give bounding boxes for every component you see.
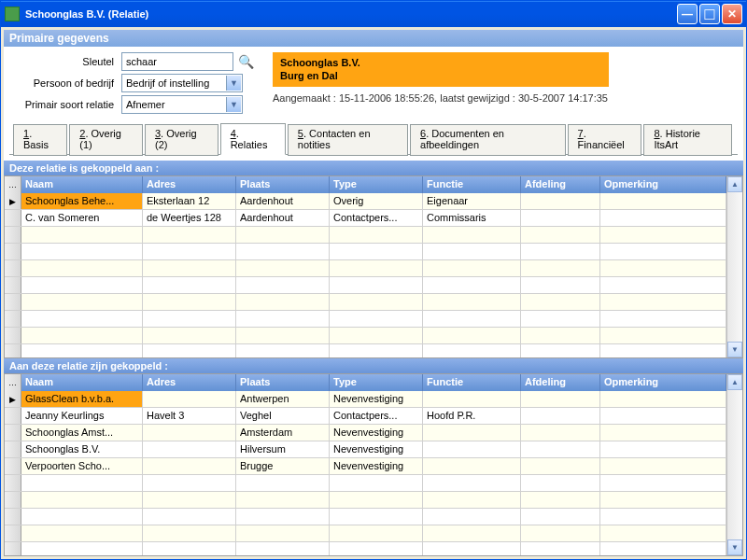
- table-row[interactable]: C. van Somerende Weertjes 128AardenhoutC…: [5, 210, 726, 227]
- table-row[interactable]: [5, 277, 726, 294]
- column-header-naam[interactable]: Naam: [21, 176, 143, 193]
- row-selector[interactable]: [5, 492, 21, 508]
- scroll-up-icon[interactable]: ▲: [727, 374, 742, 390]
- tab-contacten-en-notities[interactable]: 5. Contacten en notities: [288, 124, 408, 156]
- row-selector-header[interactable]: …: [5, 176, 21, 193]
- primair-combo[interactable]: Afnemer ▼: [121, 95, 243, 114]
- row-selector[interactable]: [5, 294, 21, 310]
- column-header-type[interactable]: Type: [330, 374, 423, 391]
- chevron-down-icon: ▼: [226, 97, 241, 112]
- grid1[interactable]: …NaamAdresPlaatsTypeFunctieAfdelingOpmer…: [5, 176, 726, 357]
- maximize-button[interactable]: □: [699, 4, 720, 24]
- row-selector[interactable]: [5, 344, 21, 357]
- row-selector[interactable]: [5, 260, 21, 276]
- cell-empty: [521, 344, 600, 357]
- cell-empty: [423, 244, 521, 259]
- table-row[interactable]: [5, 475, 726, 492]
- column-header-afdeling[interactable]: Afdeling: [521, 176, 600, 193]
- cell-adres: Havelt 3: [143, 408, 236, 424]
- grid2[interactable]: …NaamAdresPlaatsTypeFunctieAfdelingOpmer…: [5, 374, 726, 555]
- row-selector[interactable]: ▶: [5, 193, 21, 209]
- column-header-plaats[interactable]: Plaats: [236, 374, 330, 391]
- row-selector[interactable]: [5, 210, 21, 226]
- tab-financi-el[interactable]: 7. Financiëel: [568, 124, 642, 156]
- column-header-plaats[interactable]: Plaats: [236, 176, 330, 193]
- scroll-down-icon[interactable]: ▼: [727, 539, 742, 555]
- row-selector-header[interactable]: …: [5, 374, 21, 391]
- table-row[interactable]: [5, 294, 726, 311]
- tab-overig-1-[interactable]: 2. Overig (1): [69, 124, 143, 156]
- column-header-adres[interactable]: Adres: [143, 374, 236, 391]
- persoon-combo[interactable]: Bedrijf of instelling ▼: [121, 74, 243, 92]
- row-selector[interactable]: [5, 525, 21, 541]
- table-row[interactable]: [5, 542, 726, 555]
- cell-empty: [330, 260, 423, 276]
- cell-empty: [143, 542, 236, 555]
- cell-empty: [143, 475, 236, 491]
- scroll-up-icon[interactable]: ▲: [727, 176, 742, 192]
- grid2-scrollbar[interactable]: ▲ ▼: [726, 374, 742, 555]
- grid2-wrapper: …NaamAdresPlaatsTypeFunctieAfdelingOpmer…: [4, 373, 743, 556]
- row-selector[interactable]: [5, 244, 21, 259]
- row-selector[interactable]: [5, 509, 21, 525]
- cell-empty: [600, 244, 726, 259]
- cell-opmerking: [600, 391, 726, 407]
- row-selector[interactable]: [5, 311, 21, 327]
- table-row[interactable]: Schoonglas B.V.HilversumNevenvestiging: [5, 441, 726, 458]
- table-row[interactable]: [5, 492, 726, 509]
- table-row[interactable]: ▶GlassClean b.v.b.a.AntwerpenNevenvestig…: [5, 391, 726, 408]
- scroll-track[interactable]: [727, 390, 742, 539]
- column-header-functie[interactable]: Functie: [423, 374, 521, 391]
- row-selector[interactable]: [5, 328, 21, 343]
- row-selector[interactable]: [5, 227, 21, 243]
- table-row[interactable]: Verpoorten Scho...BruggeNevenvestiging: [5, 458, 726, 475]
- row-selector[interactable]: [5, 441, 21, 457]
- column-header-afdeling[interactable]: Afdeling: [521, 374, 600, 391]
- sleutel-input[interactable]: [121, 52, 233, 71]
- cell-empty: [600, 509, 726, 525]
- tab-basis[interactable]: 1. Basis: [13, 124, 67, 156]
- table-row[interactable]: [5, 227, 726, 244]
- row-selector[interactable]: [5, 542, 21, 555]
- persoon-label: Persoon of bedrijf: [9, 77, 121, 89]
- column-header-opmerking[interactable]: Opmerking: [600, 374, 726, 391]
- primair-combo-value: Afnemer: [126, 99, 165, 110]
- tab-overig-2-[interactable]: 3. Overig (2): [145, 124, 218, 156]
- tab-historie-itsart[interactable]: 8. Historie ItsArt: [643, 124, 732, 156]
- row-selector[interactable]: [5, 408, 21, 424]
- column-header-naam[interactable]: Naam: [21, 374, 143, 391]
- table-row[interactable]: Jeanny KeurlingsHavelt 3VeghelContactper…: [5, 408, 726, 425]
- cell-empty: [21, 311, 143, 327]
- row-selector[interactable]: [5, 277, 21, 293]
- cell-naam: GlassClean b.v.b.a.: [21, 391, 143, 407]
- row-selector[interactable]: [5, 425, 21, 441]
- table-row[interactable]: [5, 344, 726, 357]
- cell-empty: [21, 260, 143, 276]
- table-row[interactable]: [5, 260, 726, 277]
- table-row[interactable]: [5, 328, 726, 344]
- table-row[interactable]: [5, 525, 726, 542]
- table-row[interactable]: [5, 311, 726, 328]
- scroll-down-icon[interactable]: ▼: [727, 342, 742, 357]
- column-header-adres[interactable]: Adres: [143, 176, 236, 193]
- table-row[interactable]: [5, 509, 726, 525]
- close-button[interactable]: ✕: [722, 4, 742, 24]
- cell-empty: [600, 294, 726, 310]
- column-header-opmerking[interactable]: Opmerking: [600, 176, 726, 193]
- table-row[interactable]: ▶Schoonglas Behe...Eksterlaan 12Aardenho…: [5, 193, 726, 210]
- table-row[interactable]: [5, 244, 726, 260]
- row-selector[interactable]: ▶: [5, 391, 21, 407]
- table-row[interactable]: Schoonglas Amst...AmsterdamNevenvestigin…: [5, 425, 726, 441]
- grid1-scrollbar[interactable]: ▲ ▼: [726, 176, 742, 357]
- search-icon[interactable]: 🔍: [237, 53, 254, 70]
- tab-relaties[interactable]: 4. Relaties: [220, 123, 286, 155]
- scroll-track[interactable]: [727, 192, 742, 342]
- minimize-button[interactable]: —: [677, 4, 698, 24]
- column-header-functie[interactable]: Functie: [423, 176, 521, 193]
- cell-empty: [236, 328, 330, 343]
- row-selector[interactable]: [5, 458, 21, 474]
- titlebar[interactable]: Schoonglas B.V. (Relatie) — □ ✕: [1, 1, 746, 27]
- column-header-type[interactable]: Type: [330, 176, 423, 193]
- row-selector[interactable]: [5, 475, 21, 491]
- tab-documenten-en-afbeeldingen[interactable]: 6. Documenten en afbeeldingen: [410, 124, 566, 156]
